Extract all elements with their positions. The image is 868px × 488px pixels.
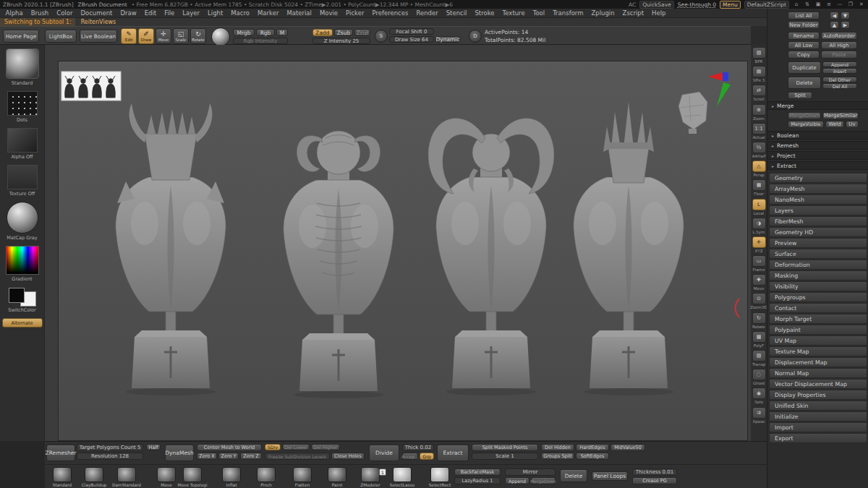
boolean-section[interactable]: ▸ Boolean [767, 131, 868, 140]
backface-mask-button[interactable]: BackfaceMask [454, 468, 501, 476]
menubar-item-draw[interactable]: Draw [116, 9, 140, 17]
primary-color-swatch[interactable] [9, 288, 25, 303]
append-button[interactable]: Append [822, 61, 857, 67]
brush-flatten[interactable]: Flatten [286, 467, 318, 487]
accept-button[interactable]: Accep... [402, 453, 418, 460]
half-button[interactable]: Half [146, 444, 161, 450]
brush-pinch-thumb[interactable] [257, 467, 276, 482]
menubar-item-edit[interactable]: Edit [140, 9, 160, 17]
menubar-item-color[interactable]: Color [53, 9, 77, 17]
del-other-button[interactable]: Del Other [822, 77, 857, 82]
brush-standard[interactable]: Standard [46, 467, 78, 487]
minimize-icon[interactable]: — [836, 1, 843, 7]
local-button[interactable]: LLocal [752, 199, 766, 215]
paste-button[interactable]: Paste [821, 51, 857, 59]
bpr-button[interactable]: ▧BPR [752, 47, 766, 64]
move-nav-button[interactable]: ✚Move [752, 274, 766, 291]
live-boolean-button[interactable]: Live Boolean [80, 30, 117, 43]
mirror-slider[interactable]: Mirror [505, 468, 556, 476]
transp-button[interactable]: ▨Transp [752, 350, 766, 367]
zremesher-button[interactable]: ZRemesher [46, 445, 75, 461]
palette-vector-displacement-map[interactable]: Vector Displacement Map [769, 379, 867, 389]
brush-move-thumb[interactable] [157, 467, 176, 482]
menubar-item-help[interactable]: Help [648, 9, 670, 17]
home-icon[interactable]: ⌂ [793, 1, 800, 7]
palette-preview[interactable]: Preview [769, 238, 867, 248]
aahalf-button[interactable]: ½AAHalf [752, 142, 766, 158]
palette-layers[interactable]: Layers [769, 205, 867, 215]
sculpt-canvas[interactable] [58, 61, 748, 441]
delete-bottom-button[interactable]: Delete [560, 469, 587, 482]
layout-icon[interactable]: ▣ [814, 1, 822, 7]
maximize-icon[interactable]: ❒ [847, 1, 854, 7]
del-higher-button[interactable]: Del Higher [311, 444, 340, 450]
groups-split-button[interactable]: Groups Split [541, 453, 574, 460]
menubar-item-zplugin[interactable]: Zplugin [587, 9, 618, 17]
subtool-up-icon[interactable]: ▲ [830, 21, 839, 29]
menubar-item-macro[interactable]: Macro [227, 9, 254, 17]
current-material-sphere[interactable] [211, 27, 230, 46]
actual-button[interactable]: 1:1Actual [752, 123, 766, 140]
palette-nanomesh[interactable]: NanoMesh [769, 194, 867, 205]
xyz-button[interactable]: ✛XYZ [752, 236, 766, 253]
rgb-button[interactable]: Rgb [256, 29, 275, 36]
brush-damstandard[interactable]: DamStandard [111, 467, 142, 487]
menubar-item-texture[interactable]: Texture [498, 9, 529, 17]
list-icon[interactable]: ≡ [825, 1, 833, 7]
center-mesh-button[interactable]: Center Mesh to World [197, 444, 262, 451]
append-bottom-button[interactable]: Append [505, 477, 529, 484]
palette-visibility[interactable]: Visibility [769, 281, 867, 291]
sdiv-button[interactable]: SDiv [265, 444, 281, 450]
freeze-subdiv-button[interactable]: Freeze SubDivision Levels [265, 453, 330, 460]
menubar-item-preferences[interactable]: Preferences [368, 9, 412, 17]
brush-flatten-thumb[interactable] [293, 467, 312, 482]
del-hidden-button[interactable]: Del Hidden [541, 444, 574, 451]
palette-export[interactable]: Export [769, 433, 867, 443]
switch-color[interactable]: SwitchColor [7, 287, 38, 313]
extract-geo-button[interactable]: Extract [437, 445, 469, 461]
subtool-next-icon[interactable]: ▶ [841, 21, 850, 29]
duplicate-button[interactable]: Duplicate [788, 61, 821, 74]
alpha-thumbnail[interactable] [7, 128, 38, 153]
subtool-down-icon[interactable]: ▼ [841, 12, 850, 20]
draw-button[interactable]: ✐ Draw [138, 28, 154, 44]
insert-button[interactable]: Insert [822, 68, 857, 74]
menubar-item-transform[interactable]: Transform [549, 9, 587, 17]
rotate-button[interactable]: ↻ Rotate [190, 28, 206, 44]
dynamesh-button[interactable]: DynaMesh [165, 445, 194, 461]
zadd-button[interactable]: Zadd [312, 29, 333, 36]
merge-section[interactable]: ▸ Merge [767, 101, 868, 110]
menubar-item-marker[interactable]: Marker [254, 9, 283, 17]
edit-button[interactable]: ✎ Edit [121, 28, 137, 44]
rotate-nav-button[interactable]: ↻Rotate [752, 312, 766, 329]
axis-z-block[interactable] [723, 72, 728, 81]
palette-normal-map[interactable]: Normal Map [769, 368, 867, 378]
m-button[interactable]: M [276, 29, 288, 36]
rename-button[interactable]: Rename [788, 32, 820, 40]
brush-inflat-thumb[interactable] [222, 467, 241, 482]
merge-similar-button[interactable]: MergeSimilar [822, 112, 859, 119]
brush-move-topological-thumb[interactable] [183, 467, 202, 482]
color-picker[interactable]: Gradient [6, 246, 39, 282]
all-high-button[interactable]: All High [821, 41, 857, 49]
close-holes-button[interactable]: Close Holes [331, 453, 365, 460]
persp-button[interactable]: △Persp [752, 160, 766, 177]
palette-displacement-map[interactable]: Displacement Map [769, 357, 867, 367]
palette-contact[interactable]: Contact [769, 303, 867, 313]
brush-selector[interactable]: Standard [6, 48, 39, 86]
soft-edges-button[interactable]: SoftEdges [576, 453, 609, 460]
swap-icon[interactable]: ⇅ [804, 1, 811, 7]
palette-surface[interactable]: Surface [769, 249, 867, 259]
scale-button[interactable]: ◱ Scale [173, 28, 189, 44]
palette-morph-target[interactable]: Morph Target [769, 314, 867, 324]
move-button[interactable]: ✛ Move [156, 28, 171, 44]
menubar-item-document[interactable]: Document [77, 9, 116, 17]
floor-button[interactable]: ▦Floor [752, 179, 766, 196]
divide-button[interactable]: Divide [369, 445, 399, 461]
brush-selectlasso-thumb[interactable] [393, 467, 412, 482]
palette-masking[interactable]: Masking [769, 270, 867, 281]
alpha-selector[interactable]: Alpha Off [7, 128, 38, 160]
brush-paint[interactable]: Paint [321, 467, 353, 487]
alternate-button[interactable]: Alternate [2, 318, 43, 328]
menubar-item-zscript[interactable]: Zscript [618, 9, 648, 17]
